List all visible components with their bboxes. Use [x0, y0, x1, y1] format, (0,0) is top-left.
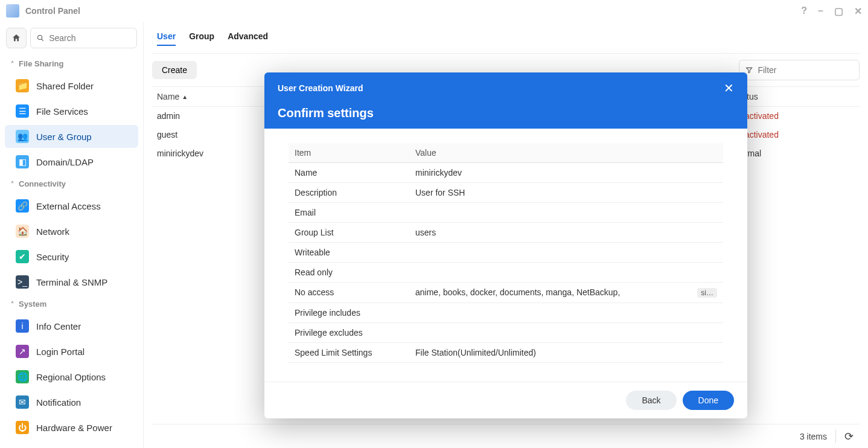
- settings-item: Description: [289, 183, 409, 203]
- item-count: 3 items: [800, 432, 827, 441]
- settings-badge-cell: [691, 163, 723, 183]
- search-field[interactable]: [30, 28, 137, 48]
- settings-row: Read only: [289, 263, 723, 283]
- settings-row: Speed Limit SettingsFile Station(Unlimit…: [289, 343, 723, 363]
- column-header-name[interactable]: Name: [157, 92, 179, 101]
- sidebar-item-login-portal[interactable]: ↗ Login Portal: [5, 340, 138, 363]
- globe-icon: 🌐: [16, 370, 29, 383]
- cell-status: Deactivated: [734, 130, 855, 139]
- home-icon: [11, 33, 21, 43]
- settings-value: anime, books, docker, documents, manga, …: [409, 283, 691, 303]
- sidebar-item-notification[interactable]: ✉ Notification: [5, 391, 138, 414]
- network-icon: 🏠: [16, 225, 29, 238]
- settings-row: Writeable: [289, 243, 723, 263]
- settings-badge-cell: si…: [691, 283, 723, 303]
- settings-item: Privilege includes: [289, 303, 409, 323]
- sidebar-item-label: Security: [36, 252, 69, 262]
- chevron-up-icon: ˄: [11, 60, 14, 67]
- settings-value: minirickydev: [409, 163, 691, 183]
- filter-input[interactable]: [758, 65, 853, 75]
- settings-row: Privilege excludes: [289, 323, 723, 343]
- notification-icon: ✉: [16, 395, 29, 409]
- settings-item: Privilege excludes: [289, 323, 409, 343]
- footer: 3 items ⟳: [152, 424, 860, 448]
- login-portal-icon: ↗: [16, 345, 29, 358]
- sidebar-item-label: File Services: [36, 106, 88, 117]
- overflow-badge[interactable]: si…: [697, 288, 717, 298]
- sidebar-item-network[interactable]: 🏠 Network: [5, 220, 138, 243]
- sidebar-item-terminal-snmp[interactable]: >_ Terminal & SNMP: [5, 270, 138, 293]
- sidebar-item-shared-folder[interactable]: 📁 Shared Folder: [5, 74, 138, 97]
- back-button[interactable]: Back: [626, 391, 676, 410]
- done-button[interactable]: Done: [683, 391, 734, 410]
- sidebar-item-security[interactable]: ✔ Security: [5, 245, 138, 268]
- tab-user[interactable]: User: [157, 31, 176, 46]
- settings-item: Group List: [289, 223, 409, 243]
- settings-badge-cell: [691, 323, 723, 343]
- tabs: User Group Advanced: [152, 28, 860, 54]
- help-icon[interactable]: ?: [801, 5, 807, 16]
- window-title: Control Panel: [25, 6, 801, 16]
- sidebar-item-domain-ldap[interactable]: ◧ Domain/LDAP: [5, 150, 138, 173]
- sidebar-item-hardware-power[interactable]: ⏻ Hardware & Power: [5, 416, 138, 439]
- settings-row: No accessanime, books, docker, documents…: [289, 283, 723, 303]
- sidebar-item-label: Info Center: [36, 321, 81, 331]
- sort-asc-icon: ▲: [182, 94, 188, 100]
- settings-value: File Station(Unlimited/Unlimited): [409, 343, 691, 363]
- cell-status: Normal: [734, 149, 855, 158]
- sidebar-item-external-access[interactable]: 🔗 External Access: [5, 194, 138, 217]
- settings-badge-cell: [691, 243, 723, 263]
- modal-wizard-title: User Creation Wizard: [278, 83, 363, 93]
- settings-value: [409, 203, 691, 223]
- settings-badge-cell: [691, 183, 723, 203]
- minimize-icon[interactable]: –: [818, 5, 823, 16]
- maximize-icon[interactable]: ▢: [834, 5, 843, 17]
- cell-status: Deactivated: [734, 111, 855, 121]
- settings-badge-cell: [691, 263, 723, 283]
- user-creation-wizard-modal: User Creation Wizard ✕ Confirm settings …: [264, 72, 747, 418]
- filter-icon: [745, 66, 753, 74]
- close-window-icon[interactable]: ✕: [854, 5, 862, 17]
- tab-group[interactable]: Group: [189, 31, 214, 46]
- refresh-button[interactable]: ⟳: [835, 430, 854, 443]
- settings-value: [409, 323, 691, 343]
- home-button[interactable]: [6, 28, 27, 48]
- domain-icon: ◧: [16, 155, 29, 168]
- section-connectivity[interactable]: ˄ Connectivity: [0, 174, 143, 193]
- settings-row: Group Listusers: [289, 223, 723, 243]
- settings-value: users: [409, 223, 691, 243]
- settings-value: [409, 263, 691, 283]
- filter-field[interactable]: [739, 60, 860, 80]
- tab-advanced[interactable]: Advanced: [228, 31, 268, 46]
- sidebar-item-regional-options[interactable]: 🌐 Regional Options: [5, 365, 138, 388]
- svg-point-0: [38, 35, 42, 39]
- main-panel: User Group Advanced Create Name ▲ Status…: [144, 22, 868, 448]
- settings-item: Name: [289, 163, 409, 183]
- modal-close-button[interactable]: ✕: [724, 81, 734, 95]
- sidebar-item-file-services[interactable]: ☰ File Services: [5, 100, 138, 123]
- sidebar-item-user-group[interactable]: 👥 User & Group: [5, 125, 138, 148]
- sidebar-item-label: Terminal & SNMP: [36, 277, 107, 287]
- settings-item: Speed Limit Settings: [289, 343, 409, 363]
- sidebar-item-label: User & Group: [36, 132, 92, 142]
- sidebar-item-info-center[interactable]: i Info Center: [5, 315, 138, 338]
- section-system[interactable]: ˄ System: [0, 295, 143, 313]
- section-file-sharing[interactable]: ˄ File Sharing: [0, 54, 143, 73]
- settings-badge-cell: [691, 223, 723, 243]
- external-access-icon: 🔗: [16, 199, 29, 213]
- chevron-up-icon: ˄: [11, 301, 14, 307]
- confirm-settings-table: Item Value NameminirickydevDescriptionUs…: [289, 143, 723, 363]
- create-button[interactable]: Create: [152, 61, 197, 79]
- settings-item: Email: [289, 203, 409, 223]
- settings-item: No access: [289, 283, 409, 303]
- settings-badge-cell: [691, 343, 723, 363]
- app-icon: [6, 4, 19, 18]
- info-icon: i: [16, 319, 29, 333]
- sidebar-item-label: Login Portal: [36, 347, 85, 357]
- section-label: Connectivity: [19, 179, 66, 188]
- titlebar: Control Panel ? – ▢ ✕: [0, 0, 868, 22]
- search-input[interactable]: [49, 33, 130, 43]
- settings-value: [409, 303, 691, 323]
- settings-row: Email: [289, 203, 723, 223]
- svg-line-1: [42, 39, 43, 41]
